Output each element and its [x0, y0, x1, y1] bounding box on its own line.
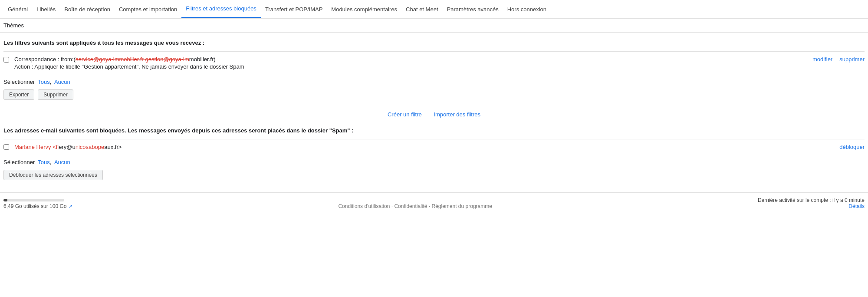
nav-tab-libells[interactable]: Libellés: [32, 1, 60, 18]
storage-bar-container: [3, 199, 64, 201]
filter-delete-button[interactable]: Supprimer: [38, 89, 73, 100]
blocked-select-row: Sélectionner Tous, Aucun: [0, 155, 868, 168]
create-filter-link[interactable]: Créer un filtre: [388, 111, 422, 118]
filter-export-button[interactable]: Exporter: [3, 89, 34, 100]
blocked-select-label: Sélectionner: [3, 159, 35, 165]
footer-center: Conditions d'utilisation · Confidentiali…: [338, 203, 492, 209]
footer: 6,49 Go utilisés sur 100 Go ↗ Conditions…: [0, 192, 868, 214]
filter-modify-link[interactable]: modifier: [812, 56, 832, 63]
blocked-tous-link[interactable]: Tous: [38, 159, 49, 165]
unblock-selected-button[interactable]: Débloquer les adresses sélectionnées: [3, 170, 103, 180]
blocked-checkbox[interactable]: [3, 144, 9, 150]
unblock-link[interactable]: débloquer: [839, 144, 865, 150]
nav-tab-bote-de-rception[interactable]: Boîte de réception: [60, 1, 115, 18]
nav-tab-filtres-et-adresses-bloques[interactable]: Filtres et adresses bloquées: [181, 0, 261, 18]
filter-tous-link[interactable]: Tous: [38, 79, 49, 85]
last-activity-text: Dernière activité sur le compte : il y a…: [758, 197, 865, 203]
nav-tab-paramtres-avancs[interactable]: Paramètres avancés: [443, 1, 503, 18]
footer-right: Dernière activité sur le compte : il y a…: [758, 197, 865, 209]
filter-select-label: Sélectionner: [3, 79, 35, 85]
nav-tabs: GénéralLibellésBoîte de réceptionComptes…: [0, 0, 868, 19]
filter-from-prefix: Correspondance : from:(: [14, 56, 76, 63]
blocked-item-actions: débloquer: [839, 144, 865, 150]
import-filters-link[interactable]: Importer des filtres: [434, 111, 480, 118]
filter-item-actions: modifier supprimer: [812, 56, 865, 63]
filters-section: Les filtres suivants sont appliqués à to…: [0, 33, 868, 74]
nav-tab-gnral[interactable]: Général: [3, 1, 32, 18]
storage-text: 6,49 Go utilisés sur 100 Go ↗: [3, 203, 72, 209]
nav-tab-chat-et-meet[interactable]: Chat et Meet: [401, 1, 442, 18]
footer-links: Conditions d'utilisation · Confidentiali…: [338, 203, 492, 209]
themes-row: Thèmes: [0, 19, 868, 33]
blocked-email-middle: ery@u: [59, 144, 76, 150]
filter-from-suffix: mobilier.fr): [189, 56, 216, 63]
filter-item: Correspondance : from:(service@goya-immo…: [3, 51, 865, 74]
blocked-item: Marlane Hervy <fiery@unicosabopeaux.fr> …: [3, 139, 865, 155]
blocked-section-title: Les adresses e-mail suivantes sont bloqu…: [3, 127, 865, 134]
filter-select-row: Sélectionner Tous, Aucun: [0, 74, 868, 88]
filter-delete-link[interactable]: supprimer: [839, 56, 865, 63]
nav-tab-comptes-et-importation[interactable]: Comptes et importation: [115, 1, 181, 18]
footer-left: 6,49 Go utilisés sur 100 Go ↗: [3, 199, 72, 209]
nav-tab-modules-complmentaires[interactable]: Modules complémentaires: [327, 1, 401, 18]
storage-used-label: 6,49 Go utilisés sur 100 Go: [3, 203, 66, 209]
nav-tab-transfert-et-popimap[interactable]: Transfert et POP/IMAP: [261, 1, 327, 18]
blocked-email-domain-redacted: nicosabope: [76, 144, 105, 150]
filter-from-redacted: service@goya-immobilier.fr gestion@goya-…: [76, 56, 189, 63]
blocked-email-redacted-prefix: <fi: [53, 144, 59, 150]
blocked-aucun-link[interactable]: Aucun: [54, 159, 70, 165]
blocked-email-suffix: aux.fr>: [104, 144, 122, 150]
filter-item-content: Correspondance : from:(service@goya-immo…: [14, 56, 806, 70]
blocked-item-content: Marlane Hervy <fiery@unicosabopeaux.fr>: [14, 144, 832, 150]
filter-checkbox[interactable]: [3, 57, 9, 63]
storage-external-link[interactable]: ↗: [68, 203, 72, 209]
filter-action: Action : Appliquer le libellé "Gestion a…: [14, 63, 806, 70]
filter-buttons-row: Exporter Supprimer: [0, 88, 868, 105]
themes-label: Thèmes: [3, 22, 24, 29]
filter-aucun-link[interactable]: Aucun: [54, 79, 70, 85]
blocked-section: Les adresses e-mail suivantes sont bloqu…: [0, 124, 868, 155]
details-link[interactable]: Détails: [758, 203, 865, 209]
blocked-name-redacted: Marlane Hervy: [14, 144, 51, 150]
nav-tab-hors-connexion[interactable]: Hors connexion: [503, 1, 551, 18]
blocked-buttons-row: Débloquer les adresses sélectionnées: [0, 168, 868, 185]
storage-bar-fill: [3, 199, 7, 201]
center-links: Créer un filtre Importer des filtres: [0, 105, 868, 124]
filter-from: Correspondance : from:(service@goya-immo…: [14, 56, 806, 63]
filters-section-title: Les filtres suivants sont appliqués à to…: [3, 40, 865, 46]
